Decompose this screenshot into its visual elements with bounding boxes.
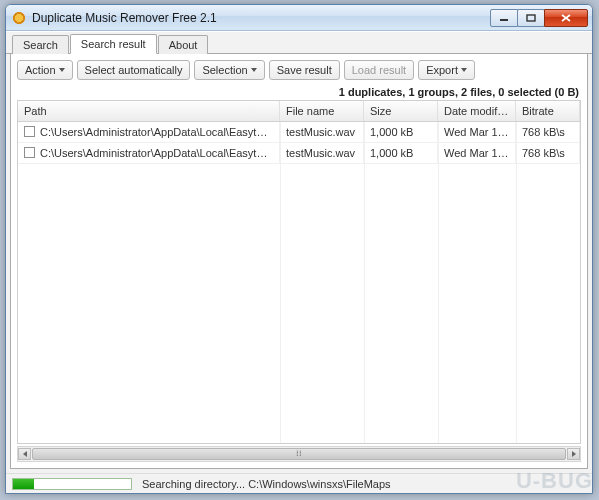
load-result-button[interactable]: Load result bbox=[344, 60, 414, 80]
chevron-down-icon bbox=[251, 68, 257, 72]
column-file-name[interactable]: File name bbox=[280, 101, 364, 121]
app-icon bbox=[12, 11, 26, 25]
scroll-left-button[interactable] bbox=[18, 448, 31, 460]
status-text: Searching directory... C:\Windows\winsxs… bbox=[142, 478, 391, 490]
column-date-modified[interactable]: Date modified bbox=[438, 101, 516, 121]
cell-file: testMusic.wav bbox=[280, 122, 364, 142]
scroll-thumb[interactable]: ⁞⁞ bbox=[32, 448, 566, 460]
close-button[interactable] bbox=[544, 9, 588, 27]
export-button[interactable]: Export bbox=[418, 60, 475, 80]
tab-strip: Search Search result About bbox=[6, 32, 592, 54]
cell-date: Wed Mar 12 ... bbox=[438, 143, 516, 163]
cell-path: C:\Users\Administrator\AppData\Local\Eas… bbox=[40, 126, 280, 138]
titlebar[interactable]: Duplicate Music Remover Free 2.1 bbox=[6, 5, 592, 31]
results-grid: Path File name Size Date modified Bitrat… bbox=[17, 100, 581, 444]
chevron-down-icon bbox=[461, 68, 467, 72]
tab-search[interactable]: Search bbox=[12, 35, 69, 54]
action-button[interactable]: Action bbox=[17, 60, 73, 80]
table-row[interactable]: C:\Users\Administrator\AppData\Local\Eas… bbox=[18, 122, 580, 143]
cell-path: C:\Users\Administrator\AppData\Local\Eas… bbox=[40, 147, 280, 159]
chevron-down-icon bbox=[59, 68, 65, 72]
cell-file: testMusic.wav bbox=[280, 143, 364, 163]
grid-body: C:\Users\Administrator\AppData\Local\Eas… bbox=[18, 122, 580, 443]
select-automatically-button[interactable]: Select automatically bbox=[77, 60, 191, 80]
cell-bitrate: 768 kB\s bbox=[516, 122, 580, 142]
app-window: Duplicate Music Remover Free 2.1 Search … bbox=[5, 4, 593, 494]
status-bar: Searching directory... C:\Windows\winsxs… bbox=[6, 473, 592, 493]
cell-size: 1,000 kB bbox=[364, 122, 438, 142]
tab-search-result[interactable]: Search result bbox=[70, 34, 157, 54]
table-row[interactable]: C:\Users\Administrator\AppData\Local\Eas… bbox=[18, 143, 580, 164]
maximize-button[interactable] bbox=[517, 9, 545, 27]
progress-fill bbox=[13, 479, 34, 489]
cell-bitrate: 768 kB\s bbox=[516, 143, 580, 163]
save-result-button[interactable]: Save result bbox=[269, 60, 340, 80]
cell-date: Wed Mar 12 ... bbox=[438, 122, 516, 142]
minimize-button[interactable] bbox=[490, 9, 518, 27]
window-controls bbox=[491, 9, 588, 27]
row-checkbox[interactable] bbox=[24, 126, 35, 137]
cell-size: 1,000 kB bbox=[364, 143, 438, 163]
selection-button[interactable]: Selection bbox=[194, 60, 264, 80]
tab-about[interactable]: About bbox=[158, 35, 209, 54]
toolbar: Action Select automatically Selection Sa… bbox=[17, 60, 581, 80]
window-title: Duplicate Music Remover Free 2.1 bbox=[32, 11, 491, 25]
horizontal-scrollbar[interactable]: ⁞⁞ bbox=[17, 446, 581, 462]
client-area: Search Search result About Action Select… bbox=[6, 31, 592, 493]
row-checkbox[interactable] bbox=[24, 147, 35, 158]
tab-pane: Action Select automatically Selection Sa… bbox=[10, 54, 588, 469]
summary-text: 1 duplicates, 1 groups, 2 files, 0 selec… bbox=[19, 86, 579, 98]
grid-header: Path File name Size Date modified Bitrat… bbox=[18, 101, 580, 122]
column-path[interactable]: Path bbox=[18, 101, 280, 121]
svg-rect-1 bbox=[527, 15, 535, 21]
column-bitrate[interactable]: Bitrate bbox=[516, 101, 580, 121]
column-size[interactable]: Size bbox=[364, 101, 438, 121]
progress-bar bbox=[12, 478, 132, 490]
scroll-right-button[interactable] bbox=[567, 448, 580, 460]
